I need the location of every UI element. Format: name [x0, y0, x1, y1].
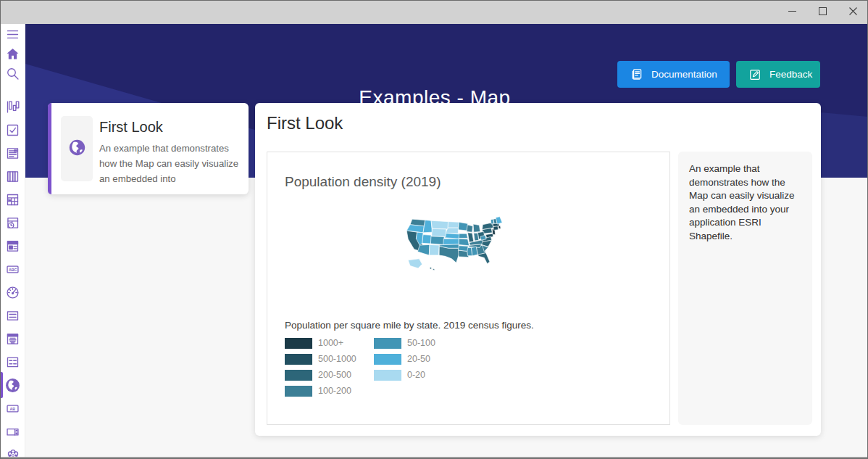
legend-label: 20-50 [407, 354, 430, 364]
form-fields-icon [5, 355, 20, 370]
legend-label: 1000+ [318, 338, 343, 348]
minimize-button[interactable] [777, 0, 807, 24]
feedback-button-label: Feedback [769, 69, 812, 80]
sidebar-item-numeric-stepper[interactable] [0, 422, 25, 441]
column-chart-icon [5, 99, 20, 115]
sidebar-item-news-feed[interactable] [0, 144, 25, 162]
legend-item: 0-20 [374, 367, 435, 383]
legend-label: 200-500 [318, 370, 351, 380]
map-state-ND[interactable] [448, 222, 459, 228]
map-state-MN[interactable] [458, 222, 467, 231]
documentation-button-label: Documentation [651, 69, 717, 80]
feedback-button[interactable]: Feedback [736, 61, 820, 88]
map-state-HI[interactable] [433, 269, 435, 270]
sidebar-item-globe-map[interactable] [0, 376, 25, 394]
list-view-icon [5, 308, 20, 323]
documentation-button[interactable]: Documentation [617, 61, 730, 88]
example-card-first-look[interactable]: First Look An example that demonstrates … [48, 103, 249, 194]
map-state-AR[interactable] [458, 246, 468, 252]
menu-icon [5, 27, 20, 42]
map-state-WY[interactable] [432, 228, 446, 236]
map-state-KS[interactable] [443, 239, 459, 244]
map-state-IN[interactable] [474, 233, 479, 241]
sidebar: 28ABCAB [0, 24, 25, 458]
checkbox-icon [5, 123, 20, 138]
legend-item: 20-50 [374, 351, 435, 367]
map-state-MT[interactable] [431, 220, 448, 229]
selection-indicator [0, 372, 3, 398]
legend-item: 100-200 [285, 383, 356, 399]
map-state-IL[interactable] [468, 233, 474, 242]
maximize-button[interactable] [807, 0, 838, 24]
legend-swatch [374, 354, 401, 365]
legend-swatch [285, 354, 312, 365]
map-state-NE[interactable] [445, 233, 459, 239]
sidebar-item-menu[interactable] [0, 25, 25, 44]
map-state-TX[interactable] [439, 247, 459, 263]
window-controls [777, 0, 868, 24]
map-state-MI[interactable] [473, 224, 480, 232]
sidebar-item-abc-textbox[interactable]: ABC [0, 260, 25, 278]
map-state-AK[interactable] [408, 259, 422, 268]
dashboard-layout-icon [5, 239, 20, 254]
legend-item: 200-500 [285, 367, 356, 383]
abc-textbox-icon: ABC [5, 262, 20, 277]
legend-column-1: 1000+500-1000200-500100-200 [285, 335, 356, 399]
map-state-IA[interactable] [458, 233, 467, 238]
legend-swatch [285, 338, 312, 349]
legend-label: 500-1000 [318, 354, 356, 364]
table-columns-icon [5, 169, 20, 184]
globe-map-icon [4, 377, 21, 394]
legend-label: 100-200 [318, 386, 351, 396]
example-card-description: An example that demonstrates how the Map… [99, 141, 243, 187]
maximize-icon [819, 7, 827, 17]
sidebar-item-ab-textbox[interactable]: AB [0, 399, 25, 418]
sidebar-item-home[interactable] [0, 44, 25, 63]
map-state-HI[interactable] [430, 268, 432, 270]
map-state-MO[interactable] [459, 239, 470, 246]
ab-textbox-icon: AB [5, 401, 20, 416]
card-accent-bar [48, 103, 51, 194]
home-icon [5, 46, 20, 62]
numeric-stepper-icon [5, 424, 20, 439]
sidebar-item-list-view[interactable] [0, 306, 25, 325]
map-state-UT[interactable] [422, 235, 431, 244]
sidebar-item-form-fields[interactable] [0, 352, 25, 371]
sidebar-item-checkbox[interactable] [0, 120, 25, 139]
map-state-VT[interactable] [491, 219, 493, 224]
map-state-AZ[interactable] [417, 244, 430, 255]
example-icon-tile [61, 116, 93, 181]
sidebar-item-dashboard-layout[interactable] [0, 236, 25, 255]
legend-label: 50-100 [407, 338, 435, 348]
close-button[interactable] [838, 0, 868, 24]
svg-text:28: 28 [9, 198, 12, 201]
example-card-title: First Look [99, 119, 163, 136]
legend-swatch [285, 386, 312, 397]
map-state-CT[interactable] [493, 226, 498, 231]
legend-column-2: 50-10020-500-20 [374, 335, 435, 383]
scheduler-icon [5, 215, 20, 231]
minimize-icon [788, 7, 796, 17]
legend-swatch [374, 338, 401, 349]
sidebar-item-calendar[interactable]: 28 [0, 190, 25, 209]
document-pages-icon [629, 67, 644, 82]
map-state-CO[interactable] [430, 236, 444, 245]
sidebar-item-search[interactable] [0, 64, 25, 83]
news-feed-icon [5, 146, 20, 161]
svg-text:AB: AB [9, 406, 15, 410]
sidebar-item-table-columns[interactable] [0, 167, 25, 186]
sidebar-item-scheduler[interactable] [0, 213, 25, 232]
titlebar [0, 0, 868, 24]
chart-caption: Population per square mile by state. 201… [285, 320, 534, 331]
chart-title: Population density (2019) [285, 174, 441, 190]
map-state-NM[interactable] [429, 244, 439, 255]
sidebar-item-gauge[interactable] [0, 283, 25, 302]
close-icon [849, 7, 857, 17]
sidebar-item-column-chart[interactable] [0, 97, 25, 116]
legend-swatch [285, 370, 312, 381]
rich-text-icon [5, 331, 20, 347]
sidebar-item-rich-text[interactable] [0, 329, 25, 348]
example-description-panel: An example that demonstrates how the Map… [678, 152, 812, 425]
section-heading: First Look [267, 113, 343, 133]
calendar-icon: 28 [5, 192, 20, 207]
